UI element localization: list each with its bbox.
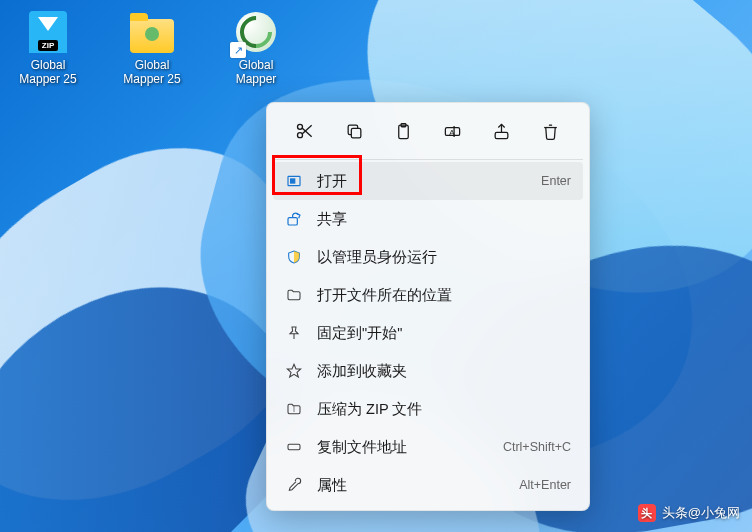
menu-label: 以管理员身份运行 bbox=[317, 248, 571, 267]
share-icon bbox=[492, 122, 511, 141]
desktop-icon-label: Global Mapper 25 bbox=[123, 58, 180, 87]
menu-label: 添加到收藏夹 bbox=[317, 362, 571, 381]
menu-divider bbox=[273, 159, 583, 160]
desktop-icon-label: Global Mapper 25 bbox=[19, 58, 76, 87]
zip-folder-icon bbox=[285, 400, 303, 418]
menu-label: 属性 bbox=[317, 476, 519, 495]
shield-icon bbox=[285, 248, 303, 266]
open-icon bbox=[285, 172, 303, 190]
menu-item-open[interactable]: 打开 Enter bbox=[273, 162, 583, 200]
svg-rect-4 bbox=[351, 128, 361, 137]
wrench-icon bbox=[285, 476, 303, 494]
menu-label: 共享 bbox=[317, 210, 571, 229]
menu-item-share[interactable]: 共享 bbox=[273, 200, 583, 238]
desktop: ZIP Global Mapper 25 Global Mapper 25 ↗ … bbox=[0, 0, 752, 532]
copy-button[interactable] bbox=[336, 113, 372, 149]
menu-item-pin-start[interactable]: 固定到"开始" bbox=[273, 314, 583, 352]
rename-icon: A bbox=[443, 122, 462, 141]
menu-item-run-admin[interactable]: 以管理员身份运行 bbox=[273, 238, 583, 276]
cut-button[interactable] bbox=[287, 113, 323, 149]
app-shortcut-icon: ↗ bbox=[232, 8, 280, 56]
path-icon bbox=[285, 438, 303, 456]
context-menu: A 打开 Enter 共享 以 bbox=[266, 102, 590, 511]
svg-rect-10 bbox=[495, 132, 508, 138]
clipboard-icon bbox=[394, 122, 413, 141]
menu-label: 压缩为 ZIP 文件 bbox=[317, 400, 571, 419]
share-arrow-icon bbox=[285, 210, 303, 228]
quick-actions-row: A bbox=[273, 109, 583, 157]
menu-label: 复制文件地址 bbox=[317, 438, 503, 457]
svg-marker-15 bbox=[287, 364, 300, 377]
menu-shortcut: Alt+Enter bbox=[519, 478, 571, 492]
desktop-icon-zip[interactable]: ZIP Global Mapper 25 bbox=[8, 8, 88, 87]
desktop-icon-shortcut[interactable]: ↗ Global Mapper bbox=[216, 8, 296, 87]
menu-label: 打开文件所在的位置 bbox=[317, 286, 571, 305]
menu-item-properties[interactable]: 属性 Alt+Enter bbox=[273, 466, 583, 504]
share-button[interactable] bbox=[484, 113, 520, 149]
scissors-icon bbox=[295, 121, 315, 141]
folder-icon bbox=[128, 8, 176, 56]
menu-shortcut: Ctrl+Shift+C bbox=[503, 440, 571, 454]
svg-rect-13 bbox=[288, 218, 297, 225]
svg-rect-19 bbox=[288, 444, 300, 449]
watermark-text: 头条@小兔网 bbox=[662, 504, 740, 522]
menu-item-compress-zip[interactable]: 压缩为 ZIP 文件 bbox=[273, 390, 583, 428]
zip-archive-icon: ZIP bbox=[24, 8, 72, 56]
desktop-icon-folder[interactable]: Global Mapper 25 bbox=[112, 8, 192, 87]
menu-item-add-favorites[interactable]: 添加到收藏夹 bbox=[273, 352, 583, 390]
menu-item-open-location[interactable]: 打开文件所在的位置 bbox=[273, 276, 583, 314]
copy-icon bbox=[345, 122, 364, 141]
trash-icon bbox=[541, 122, 560, 141]
desktop-icons-area: ZIP Global Mapper 25 Global Mapper 25 ↗ … bbox=[8, 8, 296, 87]
folder-open-icon bbox=[285, 286, 303, 304]
rename-button[interactable]: A bbox=[435, 113, 471, 149]
menu-label: 固定到"开始" bbox=[317, 324, 571, 343]
pin-icon bbox=[285, 324, 303, 342]
watermark: 头 头条@小兔网 bbox=[638, 504, 740, 522]
menu-shortcut: Enter bbox=[541, 174, 571, 188]
desktop-icon-label: Global Mapper bbox=[236, 58, 277, 87]
paste-button[interactable] bbox=[385, 113, 421, 149]
menu-item-copy-path[interactable]: 复制文件地址 Ctrl+Shift+C bbox=[273, 428, 583, 466]
menu-label: 打开 bbox=[317, 172, 541, 191]
watermark-logo-icon: 头 bbox=[638, 504, 656, 522]
delete-button[interactable] bbox=[533, 113, 569, 149]
star-icon bbox=[285, 362, 303, 380]
svg-rect-12 bbox=[290, 178, 295, 183]
